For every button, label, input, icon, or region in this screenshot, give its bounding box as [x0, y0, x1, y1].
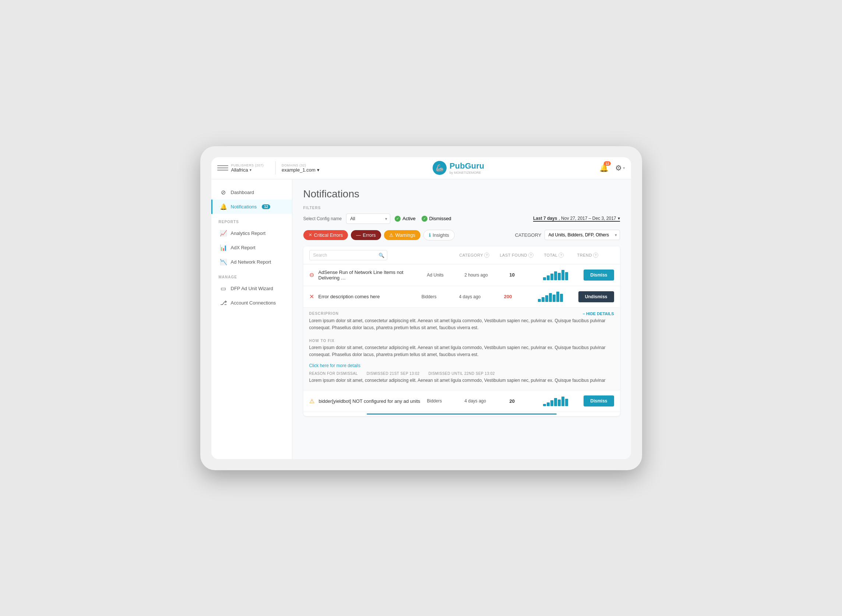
bar: [541, 297, 544, 302]
search-wrapper: 🔍: [309, 250, 387, 260]
domains-value[interactable]: example_1.com ▾: [282, 167, 320, 173]
publisher-selector[interactable]: PUBLISHERS (207) Allafrica ▾: [231, 163, 264, 173]
lastfound-help-icon[interactable]: ?: [528, 252, 534, 258]
hamburger-menu[interactable]: [217, 165, 228, 170]
row-2-category: Bidders: [421, 294, 455, 299]
adnetwork-icon: 📉: [220, 258, 227, 265]
insights-icon: ℹ: [429, 232, 431, 238]
sidebar-item-notifications[interactable]: 🔔 Notifications 12: [211, 199, 292, 214]
hide-details-link[interactable]: – HIDE DETAILS: [583, 311, 614, 316]
app-subtitle: by MONETIZEMORE: [450, 171, 484, 175]
row-1-total: 10: [509, 272, 538, 278]
domain-selector[interactable]: DOMAINS (32) example_1.com ▾: [282, 163, 320, 173]
row-1-trend: [543, 270, 576, 280]
content-area: Notifications FILTERS Select Config name…: [292, 179, 631, 459]
category-select-wrapper[interactable]: Ad Units, Bidders, DFP, Others: [544, 230, 620, 240]
row-3-total: 20: [509, 398, 538, 404]
row-1-lastfound: 2 hours ago: [464, 273, 505, 278]
analytics-icon: 📈: [220, 230, 227, 237]
row-3-action: Dismiss: [584, 396, 614, 406]
bar: [558, 399, 561, 406]
bar: [550, 400, 553, 406]
date-range-rest: , Nov 27, 2017 – Dec 3, 2017: [559, 216, 616, 221]
row-2-lastfound: 4 days ago: [459, 294, 500, 299]
undismiss-button-2[interactable]: Undismiss: [578, 291, 614, 302]
row-2-desc: Error description comes here: [318, 294, 417, 299]
config-select-wrapper[interactable]: All: [346, 214, 390, 224]
bar: [554, 271, 557, 280]
dismissed-filter[interactable]: ✓ Dismissed: [421, 216, 451, 221]
dismiss-button-3[interactable]: Dismiss: [584, 396, 614, 406]
bar: [558, 273, 561, 280]
warnings-label: Warnings: [395, 232, 415, 238]
page-title: Notifications: [304, 188, 620, 200]
category-help-icon[interactable]: ?: [484, 252, 489, 258]
description-text: Lorem ipsum dolor sit amet, consectetur …: [309, 317, 614, 331]
critical-label: Critical Errors: [314, 232, 343, 238]
bar: [565, 399, 568, 406]
logo-icon: 🦾: [433, 161, 447, 175]
search-input[interactable]: [309, 250, 387, 260]
bar: [549, 293, 552, 302]
row-2-total: 200: [504, 294, 534, 299]
bar: [565, 272, 568, 280]
sidebar-item-accounts[interactable]: ⎇ Account Connections: [211, 296, 292, 310]
bar: [562, 396, 565, 406]
adx-label: AdX Report: [231, 245, 255, 250]
critical-remove-icon[interactable]: ✕: [308, 232, 312, 238]
manage-section-label: MANAGE: [211, 269, 292, 281]
bar: [562, 270, 565, 280]
dismissed-label: DISMISSED 21ST SEP 13:02: [367, 371, 420, 375]
status-filters: ✓ Active ✓ Dismissed: [395, 216, 451, 221]
scrollbar-indicator[interactable]: [367, 414, 557, 415]
col-header-total: TOTAL ?: [544, 252, 577, 258]
settings-arrow: ▾: [623, 166, 625, 170]
insights-filter[interactable]: ℹ Insights: [423, 230, 455, 241]
sidebar-item-dfp[interactable]: ▭ DFP Ad Unit Wizard: [211, 281, 292, 296]
analytics-label: Analytics Report: [231, 230, 266, 236]
notification-row-2-main: ✕ Error description comes here Bidders 4…: [304, 286, 620, 308]
accounts-label: Account Connections: [231, 300, 276, 306]
notifications-icon: 🔔: [220, 203, 227, 210]
row-2-critical-icon: ✕: [309, 293, 314, 300]
bar: [560, 294, 563, 302]
dismiss-button-1[interactable]: Dismiss: [584, 270, 614, 280]
dismissed-label: Dismissed: [429, 216, 451, 221]
dashboard-icon: ⊘: [220, 189, 227, 196]
publishers-value[interactable]: Allafrica ▾: [231, 167, 264, 173]
sidebar-item-analytics[interactable]: 📈 Analytics Report: [211, 226, 292, 241]
bar: [554, 398, 557, 406]
critical-errors-filter[interactable]: ✕ Critical Errors: [304, 230, 348, 240]
total-help-icon[interactable]: ?: [559, 252, 564, 258]
table-header: 🔍 CATEGORY ? LAST FOUND ?: [304, 246, 620, 264]
category-select[interactable]: Ad Units, Bidders, DFP, Others: [544, 230, 620, 240]
bar: [538, 299, 541, 302]
reason-for-dismissal-label: REASON FOR DISMISSAL: [309, 371, 358, 375]
settings-button[interactable]: ⚙ ▾: [615, 163, 625, 172]
nav-actions: 🔔 12 ⚙ ▾: [597, 161, 625, 175]
category-filter: CATEGORY Ad Units, Bidders, DFP, Others: [515, 230, 620, 240]
errors-filter[interactable]: — Errors: [351, 230, 381, 240]
sidebar-item-adnetwork[interactable]: 📉 Ad Network Report: [211, 255, 292, 269]
sidebar-item-dashboard[interactable]: ⊘ Dashboard: [211, 185, 292, 199]
trend-help-icon[interactable]: ?: [593, 252, 598, 258]
row-2-expanded: DESCRIPRION – HIDE DETAILS Lorem ipsum d…: [304, 308, 620, 390]
active-filter[interactable]: ✓ Active: [395, 216, 415, 221]
sidebar-item-adx[interactable]: 📊 AdX Report: [211, 241, 292, 255]
notification-row-2: ✕ Error description comes here Bidders 4…: [304, 286, 620, 391]
date-range-picker[interactable]: Last 7 days , Nov 27, 2017 – Dec 3, 2017…: [533, 216, 620, 221]
dashboard-label: Dashboard: [231, 190, 254, 195]
domains-label: DOMAINS (32): [282, 163, 320, 167]
row-3-trend: [543, 396, 576, 406]
row-1-category: Ad Units: [427, 273, 460, 278]
bar: [556, 292, 559, 302]
click-more-details-link[interactable]: Click here for more details: [309, 363, 361, 368]
config-select[interactable]: All: [346, 214, 390, 224]
notification-row-1-main: ⊖ AdSense Run of Network Line Items not …: [304, 264, 620, 286]
active-check-icon: ✓: [395, 216, 400, 221]
notifications-button[interactable]: 🔔 12: [597, 161, 611, 175]
notification-row-3-main: ⚠ bidder[yieldbot] NOT configured for an…: [304, 390, 620, 412]
warnings-filter[interactable]: ⚠ Warnings: [384, 230, 421, 240]
row-3-desc: bidder[yieldbot] NOT configured for any …: [319, 398, 422, 404]
reports-section-label: REPORTS: [211, 214, 292, 226]
